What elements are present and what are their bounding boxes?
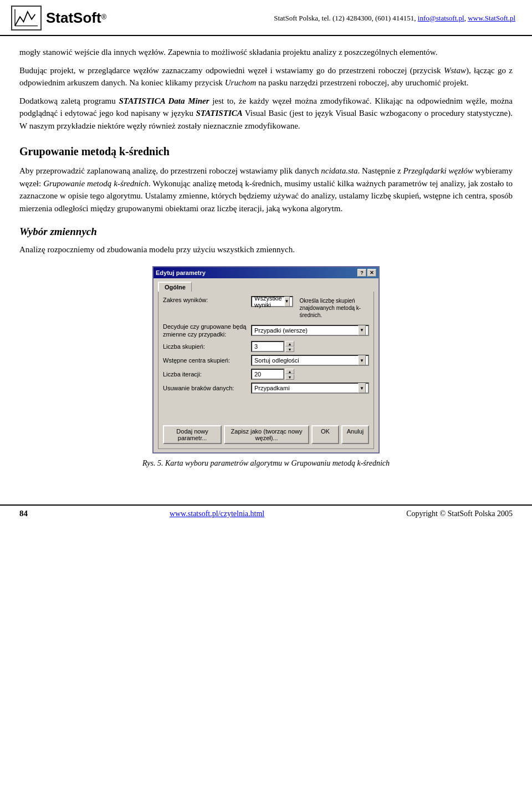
s1p1-em1: ncidata.sta: [321, 166, 357, 175]
control-usuwanie: Przypadkami ▼: [251, 383, 369, 394]
label-iteracji: Liczba iteracji:: [163, 370, 249, 378]
input-iteracji[interactable]: 20: [251, 369, 284, 380]
figure-caption: Rys. 5. Karta wyboru parametrów algorytm…: [19, 459, 513, 468]
note-zakres: Określa liczbę skupień znajdowanych meto…: [298, 296, 370, 320]
dialog-wrapper: Edytuj parametry ? ✕ Ogólne Zakres wynik…: [19, 266, 513, 454]
label-usuwanie: Usuwanie braków danych:: [163, 384, 249, 392]
uruchom-italic: Uruchom: [225, 78, 257, 87]
section2-heading: Wybór zmiennych: [19, 226, 513, 238]
control-iteracji: 20 ▲ ▼: [251, 369, 369, 380]
header-contact: StatSoft Polska, tel. (12) 4284300, (601…: [274, 14, 515, 23]
input-skupien[interactable]: 3: [251, 341, 284, 352]
logo-area: StatSoft®: [11, 6, 106, 30]
label-centra: Wstępne centra skupień:: [163, 356, 249, 364]
dropdown-decyduje[interactable]: Przypadki (wiersze) ▼: [251, 325, 369, 336]
paragraph-1: mogły stanowić wejście dla innych węzłów…: [19, 46, 513, 59]
spin-skupien-down[interactable]: ▼: [285, 346, 294, 352]
cancel-button[interactable]: Anuluj: [341, 425, 369, 444]
control-centra: Sortuj odległości ▼: [251, 355, 369, 366]
main-content: mogły stanowić wejście dla innych węzłów…: [0, 36, 532, 488]
dropdown-decyduje-value: Przypadki (wiersze): [254, 327, 308, 334]
dropdown-zakres-value: Wszystkie wyniki: [254, 295, 284, 308]
spin-iteracji-down[interactable]: ▼: [285, 374, 294, 380]
footer-link[interactable]: www.statsoft.pl/czytelnia.html: [170, 509, 264, 518]
dropdown-usuwanie-arrow[interactable]: ▼: [358, 383, 366, 393]
p3-em1: STATISTICA Data Miner: [119, 96, 209, 105]
label-zakres: Zakres wyników:: [163, 296, 249, 304]
spin-iteracji-up[interactable]: ▲: [285, 369, 294, 374]
footer-url[interactable]: www.statsoft.pl/czytelnia.html: [170, 509, 264, 518]
dialog-row-decyduje: Decyduje czy grupowane będą zmienne czy …: [163, 323, 369, 339]
dropdown-centra-value: Sortuj odległości: [254, 357, 299, 364]
website-link[interactable]: www.StatSoft.pl: [468, 14, 515, 22]
dialog-spacer: [163, 396, 369, 419]
s1p1-mid1: . Następnie z: [358, 166, 403, 175]
dropdown-zakres-arrow[interactable]: ▼: [284, 297, 290, 307]
paragraph-3: Dodatkową zaletą programu STATISTICA Dat…: [19, 95, 513, 132]
dialog-body: Ogólne Zakres wyników: Wszystkie wyniki …: [154, 278, 378, 453]
page-header: StatSoft® StatSoft Polska, tel. (12) 428…: [0, 0, 532, 36]
page-footer: 84 www.statsoft.pl/czytelnia.html Copyri…: [0, 504, 532, 522]
p3-em2: STATISTICA: [196, 109, 243, 118]
dialog-box: Edytuj parametry ? ✕ Ogólne Zakres wynik…: [152, 266, 380, 454]
dialog-title-label: Edytuj parametry: [156, 269, 206, 276]
dropdown-centra[interactable]: Sortuj odległości ▼: [251, 355, 369, 366]
label-skupien: Liczba skupień:: [163, 343, 249, 350]
logo-name: StatSoft: [46, 9, 101, 26]
dropdown-decyduje-arrow[interactable]: ▼: [358, 325, 366, 335]
spinner-skupien: ▲ ▼: [285, 341, 294, 352]
logo-icon: [12, 7, 40, 29]
footer-copyright: Copyright © StatSoft Polska 2005: [406, 509, 513, 518]
tab-general[interactable]: Ogólne: [158, 282, 192, 292]
dialog-win-controls: ? ✕: [357, 269, 376, 277]
paragraph-2: Budując projekt, w przeglądarce węzłów z…: [19, 64, 513, 89]
spinner-iteracji: ▲ ▼: [285, 369, 294, 380]
dialog-row-zakres: Zakres wyników: Wszystkie wyniki ▼ Okreś…: [163, 296, 369, 320]
p3-pre: Dodatkową zaletą programu: [19, 96, 119, 105]
ok-button[interactable]: OK: [311, 425, 339, 444]
section2-paragraph1: Analizę rozpoczniemy od zbudowania model…: [19, 243, 513, 256]
s1p1-em3: Grupowanie metodą k-średnich: [43, 179, 149, 188]
save-as-button[interactable]: Zapisz jako (tworząc nowy węzeł)...: [224, 425, 309, 444]
add-param-button[interactable]: Dodaj nowy parametr...: [163, 425, 222, 444]
dropdown-usuwanie-value: Przypadkami: [254, 385, 290, 391]
dialog-row-iteracji: Liczba iteracji: 20 ▲ ▼: [163, 369, 369, 380]
control-decyduje: Przypadki (wiersze) ▼: [251, 325, 369, 336]
spin-skupien-up[interactable]: ▲: [285, 341, 294, 346]
logo-reg: ®: [101, 13, 107, 21]
s1p1-em2: Przeglądarki węzłów: [403, 166, 473, 175]
dialog-row-centra: Wstępne centra skupień: Sortuj odległośc…: [163, 355, 369, 366]
dropdown-centra-arrow[interactable]: ▼: [358, 355, 366, 365]
dialog-title-area: Edytuj parametry: [156, 269, 206, 276]
dialog-panel: Zakres wyników: Wszystkie wyniki ▼ Okreś…: [158, 292, 374, 450]
dialog-close-button[interactable]: ✕: [367, 269, 376, 277]
wstaw-italic: Wstaw: [444, 66, 466, 75]
page-number: 84: [19, 509, 28, 518]
s1p1-pre: Aby przeprowadzić zaplanowaną analizę, d…: [19, 166, 321, 175]
dropdown-zakres[interactable]: Wszystkie wyniki ▼: [251, 296, 293, 307]
dropdown-usuwanie[interactable]: Przypadkami ▼: [251, 383, 369, 394]
contact-text: StatSoft Polska, tel. (12) 4284300, (601…: [274, 14, 418, 22]
dialog-titlebar: Edytuj parametry ? ✕: [154, 267, 378, 278]
dialog-footer: Dodaj nowy parametr... Zapisz jako (twor…: [163, 423, 369, 444]
logo-text: StatSoft®: [46, 9, 106, 27]
dialog-help-button[interactable]: ?: [357, 269, 366, 277]
dialog-tabs: Ogólne: [158, 282, 374, 292]
control-skupien: 3 ▲ ▼: [251, 341, 369, 352]
dialog-row-skupien: Liczba skupień: 3 ▲ ▼: [163, 341, 369, 352]
section1-paragraph1: Aby przeprowadzić zaplanowaną analizę, d…: [19, 165, 513, 215]
email-link[interactable]: info@statsoft.pl: [418, 14, 464, 22]
section1-heading: Grupowanie metodą k-średnich: [19, 145, 513, 158]
logo-box: [11, 6, 42, 30]
dialog-row-usuwanie: Usuwanie braków danych: Przypadkami ▼: [163, 383, 369, 394]
control-zakres: Wszystkie wyniki ▼: [251, 296, 293, 307]
label-decyduje: Decyduje czy grupowane będą zmienne czy …: [163, 323, 249, 339]
